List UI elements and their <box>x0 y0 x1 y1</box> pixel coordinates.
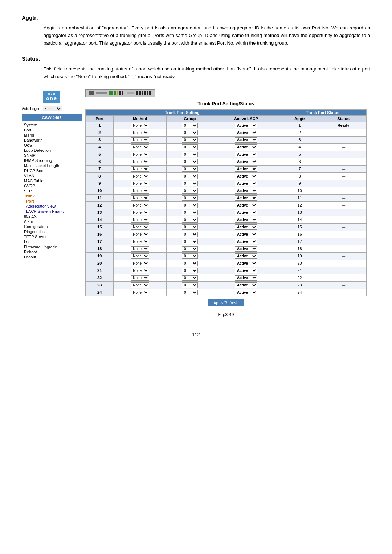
select-group-15[interactable]: 01234 <box>182 224 198 230</box>
sidebar-item-port[interactable]: Port <box>22 127 82 133</box>
cell-method-4[interactable]: NoneLACPStatic <box>114 143 167 151</box>
select-active-lacp-21[interactable]: ActivePassive <box>235 268 257 273</box>
cell-group-13[interactable]: 01234 <box>166 209 213 216</box>
sidebar-item-firmware-upgrade[interactable]: Firmware Upgrade <box>22 244 82 249</box>
cell-active-lacp-12[interactable]: ActivePassive <box>213 201 279 209</box>
select-method-7[interactable]: NoneLACPStatic <box>131 166 149 172</box>
cell-active-lacp-21[interactable]: ActivePassive <box>213 267 279 274</box>
cell-method-23[interactable]: NoneLACPStatic <box>114 281 167 289</box>
select-group-12[interactable]: 01234 <box>182 203 198 208</box>
select-group-4[interactable]: 01234 <box>182 144 198 150</box>
select-method-14[interactable]: NoneLACPStatic <box>131 217 149 223</box>
cell-group-22[interactable]: 01234 <box>166 274 213 281</box>
select-group-1[interactable]: 01234 <box>182 123 198 128</box>
cell-group-15[interactable]: 01234 <box>166 223 213 231</box>
cell-method-22[interactable]: NoneLACPStatic <box>114 274 167 281</box>
select-group-23[interactable]: 01234 <box>182 282 198 288</box>
sidebar-item-reboot[interactable]: Reboot <box>22 249 82 254</box>
select-method-6[interactable]: NoneLACPStatic <box>131 159 149 164</box>
select-method-10[interactable]: NoneLACPStatic <box>131 188 149 194</box>
select-group-3[interactable]: 01234 <box>182 137 198 143</box>
select-active-lacp-2[interactable]: ActivePassive <box>235 130 257 135</box>
cell-group-3[interactable]: 01234 <box>166 136 213 143</box>
cell-group-11[interactable]: 01234 <box>166 194 213 201</box>
cell-method-11[interactable]: NoneLACPStatic <box>114 194 167 201</box>
sidebar-item-port[interactable]: Port <box>22 199 82 204</box>
sidebar-item-gvrp[interactable]: GVRP <box>22 183 82 188</box>
cell-group-2[interactable]: 01234 <box>166 129 213 136</box>
sidebar-item-loop-detection[interactable]: Loop Detection <box>22 148 82 153</box>
sidebar-item-qos[interactable]: QoS <box>22 143 82 148</box>
select-active-lacp-14[interactable]: ActivePassive <box>235 217 257 223</box>
cell-group-21[interactable]: 01234 <box>166 267 213 274</box>
cell-method-15[interactable]: NoneLACPStatic <box>114 223 167 231</box>
select-group-17[interactable]: 01234 <box>182 239 198 244</box>
cell-group-20[interactable]: 01234 <box>166 260 213 267</box>
cell-method-19[interactable]: NoneLACPStatic <box>114 252 167 260</box>
sidebar-item-log[interactable]: Log <box>22 239 82 244</box>
select-group-5[interactable]: 01234 <box>182 152 198 157</box>
select-active-lacp-16[interactable]: ActivePassive <box>235 232 257 237</box>
cell-group-1[interactable]: 01234 <box>166 122 213 129</box>
cell-method-12[interactable]: NoneLACPStatic <box>114 201 167 209</box>
sidebar-item-802-1x[interactable]: 802.1X <box>22 214 82 219</box>
cell-active-lacp-10[interactable]: ActivePassive <box>213 187 279 194</box>
select-method-12[interactable]: NoneLACPStatic <box>131 203 149 208</box>
cell-active-lacp-15[interactable]: ActivePassive <box>213 223 279 231</box>
sidebar-item-configuration[interactable]: Configuration <box>22 224 82 229</box>
sidebar-item-system[interactable]: System <box>22 122 82 127</box>
select-group-24[interactable]: 01234 <box>182 290 198 295</box>
sidebar-item-tftp-server[interactable]: TFTP Server <box>22 234 82 239</box>
cell-active-lacp-20[interactable]: ActivePassive <box>213 260 279 267</box>
select-method-20[interactable]: NoneLACPStatic <box>131 261 149 266</box>
sidebar-item-dhcp-boot[interactable]: DHCP Boot <box>22 168 82 173</box>
select-method-13[interactable]: NoneLACPStatic <box>131 210 149 215</box>
select-active-lacp-24[interactable]: ActivePassive <box>235 290 257 295</box>
cell-group-4[interactable]: 01234 <box>166 143 213 151</box>
sidebar-item-igmp-snooping[interactable]: IGMP Snooping <box>22 158 82 163</box>
select-active-lacp-19[interactable]: ActivePassive <box>235 253 257 259</box>
select-group-19[interactable]: 01234 <box>182 253 198 259</box>
cell-active-lacp-7[interactable]: ActivePassive <box>213 165 279 172</box>
cell-group-10[interactable]: 01234 <box>166 187 213 194</box>
cell-method-16[interactable]: NoneLACPStatic <box>114 231 167 238</box>
cell-active-lacp-17[interactable]: ActivePassive <box>213 238 279 245</box>
cell-active-lacp-18[interactable]: ActivePassive <box>213 245 279 252</box>
select-group-6[interactable]: 01234 <box>182 159 198 164</box>
cell-group-18[interactable]: 01234 <box>166 245 213 252</box>
select-active-lacp-10[interactable]: ActivePassive <box>235 188 257 194</box>
sidebar-item-alarm[interactable]: Alarm <box>22 219 82 224</box>
cell-group-9[interactable]: 01234 <box>166 180 213 187</box>
cell-method-21[interactable]: NoneLACPStatic <box>114 267 167 274</box>
cell-method-17[interactable]: NoneLACPStatic <box>114 238 167 245</box>
cell-method-20[interactable]: NoneLACPStatic <box>114 260 167 267</box>
select-active-lacp-4[interactable]: ActivePassive <box>235 144 257 150</box>
cell-method-5[interactable]: NoneLACPStatic <box>114 151 167 158</box>
select-group-9[interactable]: 01234 <box>182 181 198 186</box>
select-method-24[interactable]: NoneLACPStatic <box>131 290 149 295</box>
cell-group-19[interactable]: 01234 <box>166 252 213 260</box>
select-active-lacp-3[interactable]: ActivePassive <box>235 137 257 143</box>
cell-group-12[interactable]: 01234 <box>166 201 213 209</box>
select-method-9[interactable]: NoneLACPStatic <box>131 181 149 186</box>
cell-method-18[interactable]: NoneLACPStatic <box>114 245 167 252</box>
select-active-lacp-7[interactable]: ActivePassive <box>235 166 257 172</box>
select-group-14[interactable]: 01234 <box>182 217 198 223</box>
cell-active-lacp-3[interactable]: ActivePassive <box>213 136 279 143</box>
auto-logout-select[interactable]: 3 min 5 min 10 min Never <box>43 106 62 111</box>
cell-group-6[interactable]: 01234 <box>166 158 213 165</box>
cell-active-lacp-14[interactable]: ActivePassive <box>213 216 279 223</box>
cell-method-3[interactable]: NoneLACPStatic <box>114 136 167 143</box>
select-group-11[interactable]: 01234 <box>182 195 198 201</box>
cell-method-13[interactable]: NoneLACPStatic <box>114 209 167 216</box>
select-group-21[interactable]: 01234 <box>182 268 198 273</box>
select-method-22[interactable]: NoneLACPStatic <box>131 275 149 281</box>
cell-group-23[interactable]: 01234 <box>166 281 213 289</box>
cell-method-10[interactable]: NoneLACPStatic <box>114 187 167 194</box>
cell-group-16[interactable]: 01234 <box>166 231 213 238</box>
apply-refresh-button[interactable]: Apply/Refresh <box>208 299 244 306</box>
cell-active-lacp-16[interactable]: ActivePassive <box>213 231 279 238</box>
select-active-lacp-13[interactable]: ActivePassive <box>235 210 257 215</box>
sidebar-item-snmp[interactable]: SNMP <box>22 153 82 158</box>
sidebar-item-mac-table[interactable]: MAC Table <box>22 178 82 183</box>
